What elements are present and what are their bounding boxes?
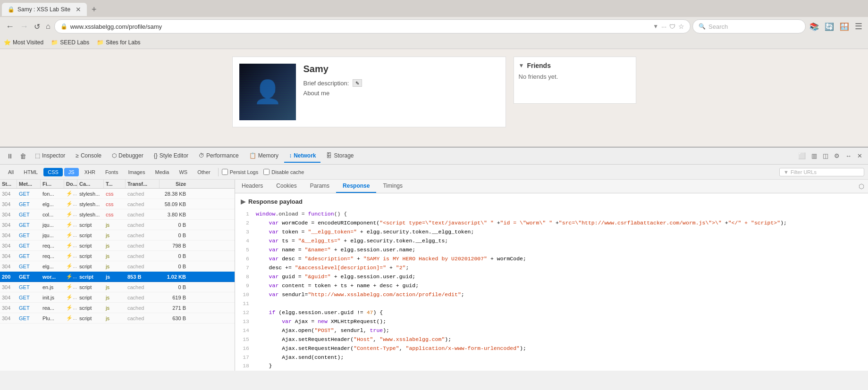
- tab-params[interactable]: Params: [303, 180, 336, 193]
- bookmarks-bar: ⭐ Most Visited 📁 SEED Labs 📁 Sites for L…: [0, 36, 868, 49]
- forward-button[interactable]: →: [18, 20, 30, 33]
- filter-all[interactable]: All: [4, 168, 18, 176]
- new-tab-button[interactable]: +: [89, 5, 100, 15]
- col-header-type[interactable]: T...: [104, 180, 126, 188]
- col-header-domain[interactable]: Do...: [64, 180, 77, 188]
- col-header-method[interactable]: Met...: [17, 180, 41, 188]
- tab-headers[interactable]: Headers: [235, 180, 270, 193]
- table-row[interactable]: 304 GET req... ⚡... script js cached 0 B: [0, 251, 235, 261]
- disable-cache-checkbox[interactable]: [263, 169, 270, 175]
- edit-icon[interactable]: ✎: [353, 79, 362, 87]
- search-box[interactable]: 🔍 Search: [692, 19, 806, 33]
- col-header-file[interactable]: Fi...: [41, 180, 64, 188]
- col-header-size[interactable]: Size: [160, 180, 188, 188]
- performance-icon: ⏱: [199, 152, 204, 159]
- col-header-status[interactable]: St...: [0, 180, 17, 188]
- hamburger-menu[interactable]: ☰: [853, 19, 864, 33]
- filter-fonts[interactable]: Fonts: [101, 168, 123, 176]
- reload-button[interactable]: ↺: [32, 20, 42, 33]
- persist-logs-checkbox[interactable]: [222, 169, 228, 175]
- code-line: 6 var desc = "&description=" + "SAMY is …: [241, 255, 862, 264]
- table-row[interactable]: 304 GET en.js ⚡... script js cached 0 B: [0, 282, 235, 292]
- back-button[interactable]: ←: [4, 20, 16, 33]
- memory-icon: 📋: [249, 152, 256, 159]
- table-row[interactable]: 304 GET rea... ⚡... script js cached 271…: [0, 303, 235, 313]
- devtools-tab-console[interactable]: ≥ Console: [71, 149, 106, 163]
- filter-url-icon: ▼: [784, 169, 789, 175]
- table-row[interactable]: 304 GET init.js ⚡... script js cached 61…: [0, 292, 235, 303]
- filter-xhr[interactable]: XHR: [80, 168, 100, 176]
- code-line: 10 var sendurl="http://www.xsslabelgg.co…: [241, 290, 862, 299]
- devtools-tab-style-editor[interactable]: {} Style Editor: [149, 149, 193, 163]
- table-row-selected[interactable]: 200 GET wor... ⚡... script js 853 B 1.02…: [0, 272, 235, 282]
- code-line: 16 Ajax.setRequestHeader("Content-Type",…: [241, 344, 862, 353]
- devtools-tab-performance[interactable]: ⏱ Performance: [194, 149, 244, 163]
- storage-icon: 🗄: [326, 152, 332, 159]
- brief-desc-row: Brief description: ✎: [303, 79, 499, 87]
- bookmark-star-icon[interactable]: ☆: [678, 23, 684, 30]
- filter-html[interactable]: HTML: [19, 168, 42, 176]
- address-down-icon[interactable]: ▼: [653, 23, 658, 30]
- code-line: 13 var Ajax = new XMLHttpRequest();: [241, 317, 862, 326]
- filter-images[interactable]: Images: [124, 168, 149, 176]
- filter-ws[interactable]: WS: [175, 168, 192, 176]
- table-row[interactable]: 304 GET elg... ⚡... stylesh... css cache…: [0, 199, 235, 209]
- sync-icon[interactable]: 🔄: [823, 20, 836, 33]
- table-row[interactable]: 304 GET elg... ⚡... script js cached 0 B: [0, 261, 235, 272]
- bookmark-seed-labs[interactable]: 📁 SEED Labs: [51, 39, 89, 46]
- devtools-tab-memory[interactable]: 📋 Memory: [244, 149, 283, 163]
- tab-response[interactable]: Response: [336, 180, 376, 193]
- code-line: 9 var content = token + ts + name + desc…: [241, 282, 862, 290]
- devtools-pause-button[interactable]: ⏸: [4, 151, 16, 161]
- table-row[interactable]: 304 GET col... ⚡... stylesh... css cache…: [0, 209, 235, 220]
- responsive-design-icon[interactable]: ↔: [843, 151, 853, 160]
- home-button[interactable]: ⌂: [44, 20, 52, 33]
- window-icon[interactable]: 🪟: [838, 20, 851, 33]
- devtools-clear-button[interactable]: 🗑: [17, 151, 29, 161]
- bookmarks-lib-icon[interactable]: 📚: [808, 20, 821, 33]
- filter-js[interactable]: JS: [64, 168, 79, 176]
- table-row[interactable]: 304 GET jqu... ⚡... script js cached 0 B: [0, 220, 235, 230]
- devtools-tab-storage[interactable]: 🗄 Storage: [321, 149, 358, 163]
- code-line: 11: [241, 299, 862, 308]
- code-line: 4 var ts = "&__elgg_ts=" + elgg.security…: [241, 237, 862, 246]
- reader-icon[interactable]: 🛡: [669, 23, 675, 30]
- response-panel: Headers Cookies Params Response Timings …: [235, 180, 868, 371]
- disable-cache-label[interactable]: Disable cache: [263, 169, 304, 175]
- settings-icon[interactable]: ⚙: [832, 151, 842, 160]
- table-row[interactable]: 304 GET req... ⚡... script js cached 798…: [0, 241, 235, 251]
- expand-icon[interactable]: ⬡: [855, 180, 868, 193]
- address-more-icon[interactable]: ···: [661, 23, 666, 30]
- friends-panel: ▼ Friends No friends yet.: [514, 57, 636, 104]
- filter-media[interactable]: Media: [151, 168, 173, 176]
- address-bar[interactable]: 🔒 www.xsslabelgg.com/profile/samy ▼ ··· …: [54, 19, 691, 33]
- tab-close-icon[interactable]: ✕: [76, 6, 81, 13]
- col-header-transfer[interactable]: Transf...: [126, 180, 160, 188]
- persist-logs-label[interactable]: Persist Logs: [222, 169, 259, 175]
- filter-css[interactable]: CSS: [43, 168, 63, 176]
- filter-other[interactable]: Other: [193, 168, 215, 176]
- style-editor-icon: {}: [154, 152, 158, 159]
- network-column-headers: St... Met... Fi... Do... Ca... T... Tran…: [0, 180, 235, 189]
- table-row[interactable]: 304 GET jqu... ⚡... script js cached 0 B: [0, 230, 235, 241]
- tab-title: Samy : XSS Lab Site: [17, 6, 70, 13]
- bookmark-sites-labs[interactable]: 📁 Sites for Labs: [97, 39, 140, 46]
- tab-cookies[interactable]: Cookies: [270, 180, 303, 193]
- dock-separate-icon[interactable]: ◫: [821, 151, 830, 160]
- dock-bottom-icon[interactable]: ⬜: [796, 151, 808, 160]
- table-row[interactable]: 304 GET Plu... ⚡... script js cached 630…: [0, 313, 235, 324]
- devtools-tab-inspector[interactable]: ⬚ Inspector: [30, 149, 70, 163]
- filter-url-box[interactable]: ▼ Filter URLs: [779, 168, 864, 176]
- table-row[interactable]: 304 GET fon... ⚡... stylesh... css cache…: [0, 189, 235, 199]
- col-header-cause[interactable]: Ca...: [77, 180, 104, 188]
- close-devtools-icon[interactable]: ✕: [855, 151, 864, 160]
- code-line: 2 var wormCode = encodeURIComponent("<sc…: [241, 219, 862, 228]
- devtools-tab-network[interactable]: ↕ Network: [284, 149, 320, 163]
- active-tab[interactable]: 🔒 Samy : XSS Lab Site ✕: [2, 3, 87, 16]
- tab-timings[interactable]: Timings: [376, 180, 409, 193]
- devtools-tab-debugger[interactable]: ⬡ Debugger: [107, 149, 148, 163]
- dock-side-icon[interactable]: ▥: [809, 151, 819, 160]
- friends-arrow-icon: ▼: [519, 62, 524, 69]
- bookmark-most-visited[interactable]: ⭐ Most Visited: [4, 39, 43, 46]
- ssl-icon: 🔒: [60, 23, 67, 30]
